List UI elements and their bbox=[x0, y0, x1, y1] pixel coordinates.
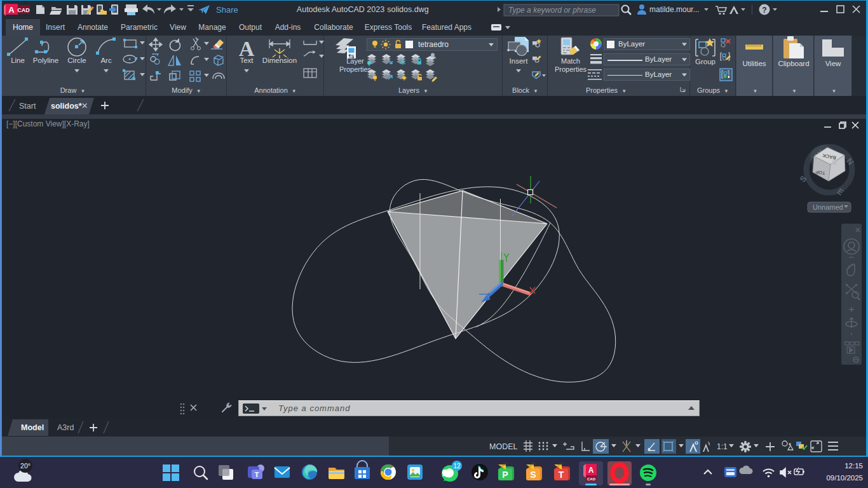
svg-text:12:15: 12:15 bbox=[844, 462, 863, 470]
svg-text:A: A bbox=[8, 5, 15, 15]
svg-text:Autodesk AutoCAD 2023: Autodesk AutoCAD 2023 bbox=[297, 5, 384, 14]
svg-text:T: T bbox=[255, 471, 259, 478]
svg-text:?: ? bbox=[762, 6, 766, 15]
svg-text:Insert: Insert bbox=[510, 57, 529, 65]
svg-text:Dimension: Dimension bbox=[262, 57, 297, 64]
svg-text:[−][Custom View][X-Ray]: [−][Custom View][X-Ray] bbox=[6, 119, 90, 128]
svg-text:09/10/2025: 09/10/2025 bbox=[826, 474, 863, 482]
svg-text:Properties: Properties bbox=[555, 65, 587, 73]
svg-text:Polyline: Polyline bbox=[33, 57, 58, 64]
svg-text:Line: Line bbox=[11, 57, 25, 64]
svg-text:Type a keyword or phrase: Type a keyword or phrase bbox=[508, 6, 596, 15]
svg-text:Clipboard: Clipboard bbox=[778, 60, 809, 67]
svg-text:T: T bbox=[559, 470, 564, 480]
svg-text:CAD: CAD bbox=[587, 477, 596, 481]
svg-text:Model: Model bbox=[21, 423, 44, 432]
svg-text:solidos*: solidos* bbox=[51, 102, 82, 111]
svg-text:Text: Text bbox=[240, 57, 254, 64]
svg-text:20°: 20° bbox=[20, 462, 31, 470]
svg-text:Group: Group bbox=[695, 58, 715, 65]
svg-text:Circle: Circle bbox=[67, 57, 86, 64]
svg-text:12: 12 bbox=[453, 463, 461, 470]
svg-text:A: A bbox=[588, 466, 594, 475]
svg-text:Match: Match bbox=[561, 57, 580, 65]
svg-text:MODEL: MODEL bbox=[489, 442, 518, 451]
svg-text:Share: Share bbox=[216, 5, 238, 15]
svg-text:P: P bbox=[502, 470, 508, 480]
svg-text:A3rd: A3rd bbox=[57, 423, 74, 432]
svg-text:solidos.dwg: solidos.dwg bbox=[387, 5, 428, 14]
svg-text:Start: Start bbox=[19, 102, 36, 111]
svg-text:Arc: Arc bbox=[100, 57, 112, 64]
svg-text:E: E bbox=[836, 186, 846, 197]
svg-text:S: S bbox=[530, 470, 536, 480]
svg-text:matilde.mour...: matilde.mour... bbox=[649, 5, 700, 14]
svg-text:Unnamed: Unnamed bbox=[813, 203, 843, 211]
svg-text:1:1: 1:1 bbox=[717, 442, 728, 451]
svg-text:Utilities: Utilities bbox=[742, 60, 766, 67]
svg-text:View: View bbox=[825, 60, 841, 67]
svg-text:CAD: CAD bbox=[17, 7, 30, 13]
